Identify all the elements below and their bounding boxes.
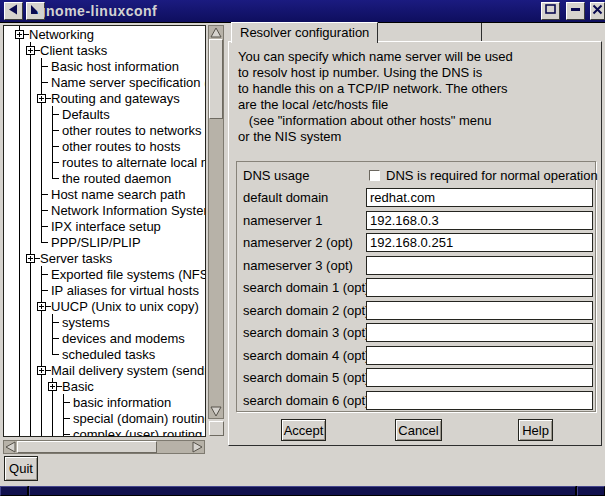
maximize-button[interactable] — [541, 2, 560, 20]
horizontal-scrollbar-thumb[interactable] — [17, 441, 157, 453]
dns-required-checkbox[interactable] — [369, 170, 380, 181]
tree-line — [25, 378, 36, 394]
window-menu-button[interactable] — [4, 2, 23, 20]
tree-item[interactable]: Server tasks — [4, 250, 205, 266]
accept-button[interactable]: Accept — [281, 419, 326, 441]
tree-line — [14, 42, 25, 58]
minimize-icon — [569, 3, 582, 19]
field-label: search domain 1 (opt) — [237, 280, 366, 295]
tree-item[interactable]: Exported file systems (NFS) — [4, 266, 205, 282]
tree-item[interactable]: Network Information System — [4, 202, 205, 218]
vertical-scrollbar-thumb[interactable] — [209, 39, 223, 119]
tree-item[interactable]: devices and modems — [4, 330, 205, 346]
intro-line: (see "information about other hosts" men… — [238, 113, 513, 129]
field-input-search-domain-4-opt[interactable] — [366, 346, 593, 365]
close-icon — [591, 3, 604, 19]
field-input-nameserver-2-opt[interactable] — [366, 233, 593, 252]
tree-line — [25, 314, 36, 330]
scroll-down-icon[interactable] — [210, 406, 222, 417]
tree-horizontal-scrollbar[interactable] — [3, 440, 205, 454]
tab-resolver-configuration[interactable]: Resolver configuration — [231, 22, 378, 43]
tree-item[interactable]: Name server specification ( — [4, 74, 205, 90]
field-input-search-domain-6-opt[interactable] — [366, 391, 593, 410]
tree-vertical-scrollbar[interactable] — [208, 25, 224, 419]
tree-line — [25, 266, 36, 282]
help-button[interactable]: Help — [518, 419, 553, 441]
field-label: nameserver 2 (opt) — [237, 235, 366, 250]
window-menu-icon — [7, 3, 20, 19]
tree-line — [25, 362, 36, 378]
tree-item[interactable]: basic information — [4, 394, 205, 410]
tree-item[interactable]: Host name search path — [4, 186, 205, 202]
intro-line: You can specify which name server will b… — [238, 49, 513, 65]
expander-icon[interactable] — [36, 298, 47, 314]
tree-line — [25, 426, 36, 437]
tree-item[interactable]: scheduled tasks — [4, 346, 205, 362]
field-input-search-domain-5-opt[interactable] — [366, 368, 593, 387]
tree-line — [47, 314, 58, 330]
tree-item[interactable]: Routing and gateways — [4, 90, 205, 106]
tree-item[interactable]: Defaults — [4, 106, 205, 122]
expander-icon[interactable] — [47, 378, 58, 394]
dns-form: DNS usage DNS is required for normal ope… — [236, 161, 596, 412]
tree-line — [14, 202, 25, 218]
expander-icon[interactable] — [36, 362, 47, 378]
tree-line — [47, 426, 58, 437]
tree-item[interactable]: Mail delivery system (sendr — [4, 362, 205, 378]
field-input-search-domain-2-opt[interactable] — [366, 301, 593, 320]
scroll-right-icon[interactable] — [192, 442, 203, 452]
tree-item[interactable]: complex (user) routing — [4, 426, 205, 437]
minimize-button[interactable] — [566, 2, 585, 20]
bottom-bar-segment — [0, 486, 28, 496]
field-input-search-domain-3-opt[interactable] — [366, 323, 593, 342]
tree-line — [25, 106, 36, 122]
tree-item-label: the routed daemon — [62, 171, 171, 186]
tree-line — [14, 426, 25, 437]
form-field-row: search domain 4 (opt) — [237, 344, 595, 367]
tree-item[interactable]: IP aliases for virtual hosts — [4, 282, 205, 298]
tree-item[interactable]: the routed daemon — [4, 170, 205, 186]
tree-item[interactable]: other routes to networks — [4, 122, 205, 138]
form-field-row: nameserver 1 — [237, 209, 595, 232]
tree-item[interactable]: routes to alternate local ne — [4, 154, 205, 170]
tree-item[interactable]: Basic host information — [4, 58, 205, 74]
expander-icon[interactable] — [25, 42, 36, 58]
form-field-row: search domain 1 (opt) — [237, 277, 595, 300]
tree-item-label: devices and modems — [62, 331, 185, 346]
tree-item-label: Routing and gateways — [51, 91, 180, 106]
expander-icon[interactable] — [25, 250, 36, 266]
field-input-search-domain-1-opt[interactable] — [366, 278, 593, 297]
tree-item-label: special (domain) routing — [73, 411, 206, 426]
tree-item[interactable]: special (domain) routing — [4, 410, 205, 426]
tree-line — [47, 106, 58, 122]
tree-line — [14, 74, 25, 90]
field-input-nameserver-1[interactable] — [366, 211, 593, 230]
field-input-nameserver-3-opt[interactable] — [366, 256, 593, 275]
scroll-up-icon[interactable] — [210, 27, 222, 38]
tree-item[interactable]: PPP/SLIP/PLIP — [4, 234, 205, 250]
quit-button[interactable]: Quit — [4, 456, 38, 481]
tree-item[interactable]: IPX interface setup — [4, 218, 205, 234]
intro-line: to resolv host ip number. Using the DNS … — [238, 65, 513, 81]
tree-item[interactable]: other routes to hosts — [4, 138, 205, 154]
tree-line — [25, 346, 36, 362]
close-button[interactable] — [590, 2, 605, 20]
tree-item[interactable]: UUCP (Unix to unix copy) — [4, 298, 205, 314]
expander-icon[interactable] — [36, 90, 47, 106]
field-input-default-domain[interactable] — [366, 188, 593, 207]
scroll-left-icon[interactable] — [5, 442, 16, 452]
field-label: search domain 2 (opt) — [237, 303, 366, 318]
tree-item[interactable]: systems — [4, 314, 205, 330]
tree-item[interactable]: Networking — [4, 26, 205, 42]
tree-line — [47, 170, 58, 186]
intro-line: to handle this on a TCP/IP network. The … — [238, 81, 513, 97]
tree-item-label: UUCP (Unix to unix copy) — [51, 299, 199, 314]
tree-item[interactable]: Client tasks — [4, 42, 205, 58]
expander-icon[interactable] — [14, 26, 25, 42]
tree-item[interactable]: Basic — [4, 378, 205, 394]
tree-line — [47, 394, 58, 410]
cancel-button[interactable]: Cancel — [395, 419, 442, 441]
tree-item-label: Network Information System — [51, 203, 206, 218]
tree-line — [47, 410, 58, 426]
field-label: default domain — [237, 190, 366, 205]
